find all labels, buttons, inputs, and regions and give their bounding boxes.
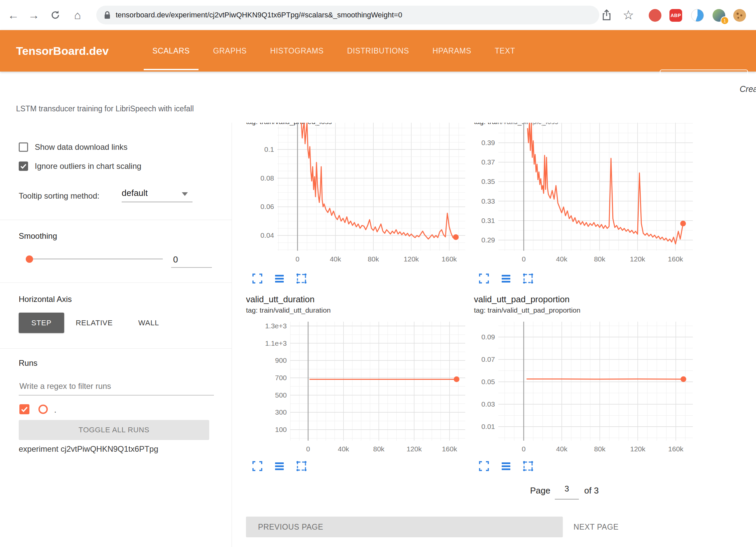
svg-text:160k: 160k [442, 445, 457, 453]
page-label: Page [530, 485, 550, 496]
svg-text:900: 900 [275, 356, 287, 364]
browser-toolbar: ← → ⌂ tensorboard.dev/experiment/cj2vtPi… [0, 0, 756, 30]
runs-filter-input[interactable] [19, 377, 214, 396]
previous-page-button[interactable]: PREVIOUS PAGE [246, 517, 563, 537]
svg-text:80k: 80k [594, 445, 606, 453]
svg-text:120k: 120k [404, 255, 419, 263]
fit-domain-icon[interactable] [295, 460, 307, 472]
svg-text:160k: 160k [442, 255, 457, 263]
svg-text:0.06: 0.06 [260, 203, 274, 210]
axis-step-button[interactable]: STEP [19, 313, 64, 333]
show-download-links-label: Show data download links [35, 142, 128, 152]
pie-extension-icon[interactable] [691, 9, 704, 22]
svg-text:40k: 40k [556, 255, 568, 263]
svg-text:0.03: 0.03 [481, 400, 495, 408]
chart-valid-loss-left: 0.10.080.060.04040k80k120k160k [246, 123, 467, 271]
address-bar[interactable]: tensorboard.dev/experiment/cj2vtPiwQHKN9… [96, 6, 599, 24]
svg-text:0: 0 [522, 445, 526, 453]
horizontal-axis-heading: Horizontal Axis [19, 295, 72, 304]
chart1-actions [251, 272, 307, 285]
svg-text:0.01: 0.01 [481, 423, 495, 430]
svg-text:80k: 80k [594, 255, 605, 263]
svg-text:0.31: 0.31 [481, 217, 495, 224]
tab-distributions[interactable]: DISTRIBUTIONS [339, 30, 418, 72]
svg-text:0: 0 [295, 255, 299, 263]
svg-text:80k: 80k [373, 445, 385, 453]
svg-text:700: 700 [275, 374, 287, 381]
forward-button[interactable]: → [26, 7, 42, 23]
tooltip-sorting-label: Tooltip sorting method: [19, 191, 99, 201]
abp-extension-icon[interactable]: ABP [669, 9, 682, 22]
experiment-description: LSTM transducer training for LibriSpeech… [16, 104, 194, 113]
tooltip-sorting-dropdown[interactable]: default [122, 186, 193, 202]
svg-text:120k: 120k [630, 445, 646, 453]
home-button[interactable]: ⌂ [70, 7, 86, 23]
axis-relative-button[interactable]: RELATIVE [75, 313, 114, 333]
expand-chart-icon[interactable] [251, 460, 263, 472]
next-page-button[interactable]: NEXT PAGE [574, 517, 619, 537]
chart3-tag: tag: train/valid_utt_duration [246, 306, 331, 314]
tab-text[interactable]: TEXT [486, 30, 524, 72]
smoothing-value-input[interactable]: 0 [171, 252, 212, 268]
brand-logo[interactable]: TensorBoard.dev [16, 30, 109, 72]
svg-text:0.35: 0.35 [481, 178, 495, 185]
fit-domain-icon[interactable] [522, 272, 534, 285]
tab-hparams[interactable]: HPARAMS [424, 30, 480, 72]
app-header: TensorBoard.dev SCALARS GRAPHS HISTOGRAM… [0, 30, 756, 72]
svg-text:0.07: 0.07 [481, 355, 495, 363]
nav-tabs: SCALARS GRAPHS HISTOGRAMS DISTRIBUTIONS … [144, 30, 524, 72]
runs-heading: Runs [19, 358, 37, 368]
smoothing-heading: Smoothing [19, 231, 57, 241]
cookie-extension-icon[interactable] [733, 9, 746, 22]
profile-avatar[interactable]: 1 [713, 9, 725, 22]
chart-options-icon[interactable] [273, 272, 285, 285]
adblock-extension-icon[interactable] [649, 9, 661, 22]
show-download-links-checkbox[interactable] [19, 142, 28, 152]
svg-text:120k: 120k [630, 255, 645, 263]
svg-text:40k: 40k [556, 445, 568, 453]
svg-text:0: 0 [522, 255, 526, 263]
expand-chart-icon[interactable] [478, 460, 490, 472]
smoothing-slider-thumb[interactable] [26, 255, 33, 263]
chart2-actions [478, 272, 534, 285]
send-feedback-button[interactable]: SEND FEEDBACK [660, 70, 748, 92]
page-number-input[interactable]: 3 [555, 484, 579, 500]
toggle-all-runs-button[interactable]: TOGGLE ALL RUNS [19, 420, 209, 440]
svg-text:160k: 160k [668, 445, 683, 453]
chart4-tag: tag: train/valid_utt_pad_proportion [474, 306, 581, 314]
svg-text:120k: 120k [406, 445, 422, 453]
expand-chart-icon[interactable] [251, 272, 263, 285]
chart-valid-loss-right: 0.390.370.350.330.310.29040k80k120k160k [472, 123, 693, 271]
chart-valid-utt-pad-proportion: 0.090.070.050.030.01040k80k120k160k [472, 322, 693, 455]
svg-text:500: 500 [275, 391, 287, 399]
svg-text:0.08: 0.08 [260, 174, 274, 182]
lock-icon [103, 10, 112, 20]
run-checkbox[interactable] [19, 404, 29, 414]
experiment-id-label: experiment cj2vtPiwQHKN9Q1tx6PTpg [19, 444, 158, 454]
reload-button[interactable] [47, 7, 64, 23]
tab-histograms[interactable]: HISTOGRAMS [261, 30, 332, 72]
ignore-outliers-label: Ignore outliers in chart scaling [35, 161, 141, 171]
smoothing-slider-track[interactable] [33, 258, 163, 259]
chart-options-icon[interactable] [273, 460, 285, 472]
chart-options-icon[interactable] [500, 460, 512, 472]
screen: ← → ⌂ tensorboard.dev/experiment/cj2vtPi… [0, 0, 756, 547]
ignore-outliers-checkbox[interactable] [19, 161, 28, 171]
expand-chart-icon[interactable] [478, 272, 490, 285]
share-button[interactable] [599, 8, 615, 22]
svg-text:0.1: 0.1 [264, 145, 274, 153]
svg-text:1.3e+3: 1.3e+3 [265, 322, 287, 330]
chart4-actions [478, 460, 534, 472]
svg-text:160k: 160k [668, 255, 683, 263]
fit-domain-icon[interactable] [295, 272, 307, 285]
bookmark-star-button[interactable]: ☆ [620, 8, 636, 22]
divider [0, 283, 232, 283]
tab-graphs[interactable]: GRAPHS [205, 30, 256, 72]
back-button[interactable]: ← [5, 7, 21, 23]
svg-text:0.29: 0.29 [481, 236, 495, 244]
chart-options-icon[interactable] [500, 272, 512, 285]
tab-scalars[interactable]: SCALARS [144, 30, 199, 72]
axis-wall-button[interactable]: WALL [135, 313, 162, 333]
fit-domain-icon[interactable] [522, 460, 534, 472]
svg-text:40k: 40k [338, 445, 349, 453]
